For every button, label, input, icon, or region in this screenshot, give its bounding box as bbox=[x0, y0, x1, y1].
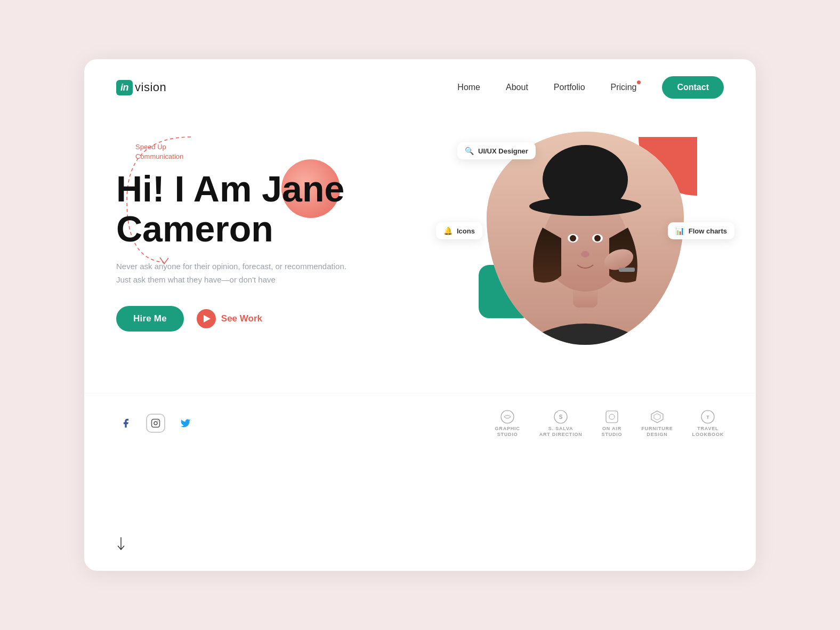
brand-furniture: FURNITUREDESIGN bbox=[641, 409, 673, 438]
on-air-icon bbox=[604, 409, 619, 424]
cta-row: Hire Me See Work bbox=[116, 306, 447, 332]
svg-point-14 bbox=[154, 422, 157, 425]
scroll-down-arrow[interactable] bbox=[116, 537, 126, 555]
logo-highlight: in bbox=[116, 80, 133, 95]
nav-portfolio[interactable]: Portfolio bbox=[554, 83, 585, 92]
graphic-studio-label: GRAPHICSTUDIO bbox=[495, 426, 520, 438]
svg-text:S: S bbox=[559, 414, 563, 420]
travel-label: TRAVELLOOKBOOK bbox=[692, 426, 724, 438]
svg-rect-12 bbox=[619, 268, 635, 272]
search-icon: 🔍 bbox=[465, 147, 474, 155]
see-work-button[interactable]: See Work bbox=[197, 309, 262, 328]
hero-title: Hi! I Am Jane Cameron bbox=[116, 169, 447, 249]
svg-point-9 bbox=[594, 235, 601, 241]
s-salva-label: S. SALVAART DIRECTION bbox=[539, 426, 583, 438]
logo-text: vision bbox=[135, 80, 166, 94]
svg-marker-22 bbox=[654, 414, 660, 420]
hire-me-button[interactable]: Hire Me bbox=[116, 306, 184, 332]
logo[interactable]: in vision bbox=[116, 80, 166, 95]
svg-rect-19 bbox=[606, 411, 618, 423]
navbar: in vision Home About Portfolio Pricing C… bbox=[84, 59, 756, 116]
svg-rect-13 bbox=[152, 419, 160, 427]
svg-text:T: T bbox=[707, 415, 710, 420]
chart-icon: 📊 bbox=[675, 227, 684, 235]
on-air-label: ON AIRSTUDIO bbox=[602, 426, 623, 438]
nav-about[interactable]: About bbox=[506, 83, 528, 92]
furniture-label: FURNITUREDESIGN bbox=[641, 426, 673, 438]
page-card: in vision Home About Portfolio Pricing C… bbox=[84, 59, 756, 571]
svg-point-5 bbox=[543, 145, 628, 214]
brand-graphic-studio: GRAPHICSTUDIO bbox=[495, 409, 520, 438]
svg-point-15 bbox=[157, 421, 158, 422]
brand-on-air: ON AIRSTUDIO bbox=[602, 409, 623, 438]
svg-point-16 bbox=[501, 410, 514, 423]
left-column: Speed UpCommunication Hi! I Am Jane Came… bbox=[116, 126, 447, 371]
badge-flow-charts: 📊 Flow charts bbox=[668, 222, 734, 239]
badge-ux-designer: 🔍 UI/UX Designer bbox=[457, 142, 536, 159]
social-icons bbox=[116, 414, 195, 433]
brand-s-salva: S S. SALVAART DIRECTION bbox=[539, 409, 583, 438]
svg-point-20 bbox=[609, 414, 615, 419]
right-column: 🔍 UI/UX Designer 🔔 Icons 📊 Flow charts bbox=[447, 126, 724, 371]
graphic-studio-icon bbox=[500, 409, 515, 424]
instagram-icon[interactable] bbox=[146, 414, 165, 433]
brand-logos: GRAPHICSTUDIO S S. SALVAART DIRECTION ON… bbox=[495, 409, 724, 438]
brand-travel: T TRAVELLOOKBOOK bbox=[692, 409, 724, 438]
play-icon bbox=[197, 309, 216, 328]
travel-icon: T bbox=[700, 409, 715, 424]
svg-point-10 bbox=[581, 251, 589, 257]
nav-links: Home About Portfolio Pricing bbox=[457, 83, 636, 92]
facebook-icon[interactable] bbox=[116, 414, 135, 433]
arrow-down-icon bbox=[116, 537, 126, 552]
nav-home[interactable]: Home bbox=[457, 83, 480, 92]
bottom-section: GRAPHICSTUDIO S S. SALVAART DIRECTION ON… bbox=[84, 393, 756, 448]
see-work-label: See Work bbox=[221, 313, 262, 324]
svg-point-1 bbox=[500, 324, 671, 345]
main-content: Speed UpCommunication Hi! I Am Jane Came… bbox=[84, 116, 756, 393]
nav-pricing[interactable]: Pricing bbox=[611, 83, 637, 92]
bell-icon: 🔔 bbox=[443, 227, 453, 235]
svg-marker-21 bbox=[651, 411, 663, 423]
badge-icons: 🔔 Icons bbox=[436, 222, 482, 239]
twitter-icon[interactable] bbox=[176, 414, 195, 433]
contact-button[interactable]: Contact bbox=[662, 76, 724, 99]
svg-point-7 bbox=[570, 235, 576, 241]
furniture-icon bbox=[650, 409, 665, 424]
s-salva-icon: S bbox=[553, 409, 568, 424]
